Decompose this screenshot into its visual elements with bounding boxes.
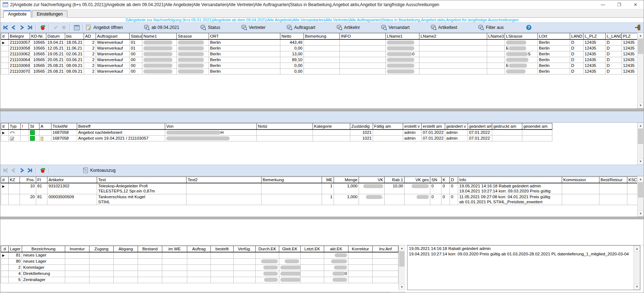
grid-row[interactable]: 4Direktlieferung0 (1, 271, 405, 277)
grid-cell[interactable]: 12.05.21 (46, 46, 65, 51)
grid-cell[interactable] (304, 39, 340, 46)
grid-cell[interactable]: D (570, 46, 584, 51)
grid-cell[interactable]: D (606, 39, 622, 46)
first-record-button[interactable] (2, 24, 10, 31)
grid-cell[interactable] (373, 136, 403, 141)
column-header[interactable]: KZ (9, 177, 20, 183)
grid-cell[interactable] (324, 259, 348, 265)
grid-cell[interactable] (301, 271, 324, 277)
grid-cell[interactable] (162, 259, 187, 265)
column-header[interactable]: d (1, 177, 9, 183)
grid-cell[interactable] (419, 46, 487, 51)
grid-cell[interactable]: 1021 (350, 129, 373, 136)
grid-cell[interactable]: 10565 (30, 57, 46, 63)
grid-cell[interactable]: ▶ (1, 183, 9, 194)
column-header[interactable]: Von (165, 123, 257, 130)
grid-cell[interactable] (162, 252, 187, 259)
grid-cell[interactable]: 00 (130, 57, 142, 63)
grid-cell[interactable]: 0,00 (280, 63, 304, 69)
grid-cell[interactable]: 00 (130, 63, 142, 69)
grid-cell[interactable] (405, 194, 430, 205)
column-header[interactable]: Text2 (187, 177, 262, 183)
grid-cell[interactable] (39, 136, 51, 141)
grid-cell[interactable] (304, 51, 340, 57)
column-header[interactable]: geändert v (445, 123, 468, 130)
grid-cell[interactable] (505, 57, 538, 63)
grid-cell[interactable]: 20.05.21 (46, 57, 65, 63)
grid-cell[interactable] (301, 259, 324, 265)
grid-cell[interactable]: 0 (450, 183, 458, 194)
grid-cell[interactable] (1, 194, 9, 205)
grid-row[interactable]: 2111030621056519.05.2102.06.212Warenverk… (1, 51, 644, 57)
grid-cell[interactable]: 0 (386, 51, 419, 57)
grid-cell[interactable]: 18.05.21 (65, 39, 84, 46)
grid-cell[interactable]: 211103069 (9, 63, 30, 69)
column-header[interactable]: erstellt v (403, 123, 422, 130)
column-header[interactable]: D (450, 177, 458, 183)
grid-cell[interactable]: 19.05.21 (46, 51, 65, 57)
grid-cell[interactable] (313, 129, 350, 136)
grid-cell[interactable]: D (606, 51, 622, 57)
column-header[interactable]: Datum (46, 33, 65, 40)
grid-cell[interactable] (187, 194, 262, 205)
column-header[interactable]: d (1, 246, 9, 252)
column-header[interactable]: Korrektur (348, 246, 373, 252)
grid-cell[interactable]: admin (445, 136, 468, 141)
horizontal-scrollbar[interactable]: ◀ ▶ (0, 292, 405, 293)
grid-cell[interactable] (114, 277, 138, 283)
grid-cell[interactable] (492, 129, 522, 136)
grid-cell[interactable] (324, 277, 348, 283)
grid-cell[interactable] (1, 57, 9, 63)
grid-cell[interactable]: neues Lager (22, 259, 65, 265)
grid-cell[interactable] (234, 259, 256, 265)
scroll-down-button[interactable]: ▼ (634, 284, 640, 290)
grid-cell[interactable] (89, 265, 114, 271)
exit-icon[interactable] (633, 24, 641, 31)
grid-cell[interactable]: 2 (84, 63, 96, 69)
grid-cell[interactable]: Kommlager (22, 265, 65, 271)
horizontal-splitter[interactable] (0, 109, 644, 111)
vertical-scrollbar[interactable]: ▲ ▼ (637, 123, 644, 165)
column-header[interactable]: L_PLZ (584, 33, 606, 40)
grid-cell[interactable]: Tankverschluss mit KugelSTIHL (97, 194, 187, 205)
previous-record-button[interactable] (10, 24, 18, 31)
grid-cell[interactable] (386, 69, 419, 75)
grid-cell[interactable] (279, 271, 301, 277)
grid-cell[interactable] (138, 271, 162, 277)
grid-cell[interactable] (114, 259, 138, 265)
scroll-up-button[interactable]: ▲ (399, 245, 405, 251)
grid-cell[interactable]: 211103057 (9, 39, 30, 46)
grid-cell[interactable] (65, 259, 89, 265)
grid-cell[interactable]: D (570, 69, 584, 75)
grid-cell[interactable] (487, 46, 505, 51)
column-header[interactable]: Inventur (65, 246, 89, 252)
grid-cell[interactable] (340, 63, 386, 69)
grid-cell[interactable]: D (570, 39, 584, 46)
grid-cell[interactable]: 20 (20, 194, 36, 205)
grid-cell[interactable]: 12435 (584, 51, 606, 57)
grid-cell[interactable] (21, 129, 29, 136)
grid-cell[interactable] (256, 265, 279, 271)
grid-cell[interactable]: admin (403, 129, 422, 136)
refresh-icon[interactable] (39, 167, 47, 174)
column-header[interactable]: KD-Nr. (30, 33, 46, 40)
last-record-button[interactable] (26, 167, 34, 174)
grid-cell[interactable] (142, 69, 177, 75)
grid-cell[interactable] (65, 252, 89, 259)
filter-auftragsart-button[interactable]: Auftragsart (287, 25, 315, 30)
grid-cell[interactable] (348, 265, 373, 271)
column-header[interactable]: ! (21, 123, 29, 130)
grid-cell[interactable]: 0 (442, 194, 450, 205)
column-header[interactable]: d (1, 33, 9, 40)
grid-cell[interactable] (324, 252, 348, 259)
column-header[interactable]: bestellt (211, 246, 234, 252)
scroll-thumb[interactable] (399, 251, 405, 267)
grid-cell[interactable]: 01 (130, 46, 142, 51)
grid-cell[interactable] (262, 183, 322, 194)
grid-cell[interactable]: 2 (84, 46, 96, 51)
grid-cell[interactable] (1, 265, 9, 271)
grid-cell[interactable]: 07.01.2022 (422, 136, 445, 141)
column-header[interactable]: Durch.EK (256, 246, 279, 252)
grid-cell[interactable]: 1687058 (51, 136, 77, 141)
column-header[interactable]: d (1, 123, 9, 130)
